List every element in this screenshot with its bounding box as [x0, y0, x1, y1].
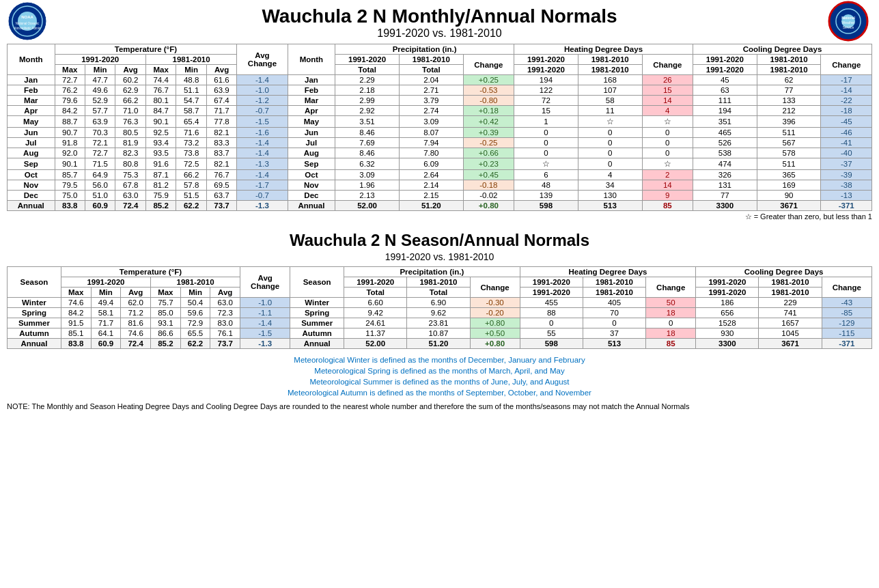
s-precip-total2: 51.20 [407, 339, 470, 349]
hdd2: 513 [578, 201, 642, 211]
s-avg-change: -1.0 [240, 298, 290, 308]
s-cdd2: 1657 [759, 318, 822, 328]
cdd1: 3300 [693, 201, 757, 211]
hdd1: 0 [514, 138, 578, 148]
avg-change: -1.5 [237, 116, 288, 128]
hdd2: 0 [578, 138, 642, 148]
s-cdd2: 1045 [759, 328, 822, 339]
precip-total2: 3.09 [399, 116, 463, 128]
max1: 72.7 [55, 75, 85, 85]
avg1: 82.3 [115, 148, 145, 158]
s-min2: Min [180, 288, 210, 298]
precip-total2: 6.09 [399, 158, 463, 170]
s-season-repeat: Spring [290, 308, 344, 318]
min2: 65.4 [176, 116, 206, 128]
month-label: Sep [8, 158, 55, 170]
min2-header: Min [176, 65, 206, 75]
precip-total1: 2.99 [335, 96, 400, 106]
temp-p1-header: 1991-2020 [55, 55, 145, 65]
svg-text:Service: Service [843, 25, 854, 29]
s-max2: 85.2 [150, 339, 180, 349]
max1: 79.5 [55, 180, 85, 191]
cdd2: 3671 [757, 201, 821, 211]
s-hdd2: 0 [583, 318, 645, 328]
avg2: 73.7 [206, 201, 236, 211]
avg-change: -1.4 [237, 170, 288, 180]
min2: 72.5 [176, 158, 206, 170]
s-season-repeat: Winter [290, 298, 344, 308]
max1: 92.0 [55, 148, 85, 158]
avg1: 72.4 [115, 201, 145, 211]
max1: 84.2 [55, 106, 85, 116]
hdd1: 1 [514, 116, 578, 128]
avg1: 80.5 [115, 128, 145, 138]
s-precip-total1: 11.37 [344, 328, 407, 339]
s-season-repeat: Autumn [290, 328, 344, 339]
precip-month: May [288, 116, 335, 128]
s-max1: 74.6 [61, 298, 91, 308]
precip-total2: 51.20 [399, 201, 463, 211]
seasonal-table-container: Season Temperature (°F) AvgChange Season… [7, 266, 872, 349]
s-hdd-change: 18 [646, 308, 696, 318]
min1: 52.9 [85, 96, 115, 106]
precip-total2: 7.94 [399, 138, 463, 148]
avg2: 63.9 [206, 85, 236, 96]
s-precip-p2: 1981-2010 [407, 277, 470, 288]
s-hdd1: 55 [520, 328, 583, 339]
s-cdd1: 930 [696, 328, 759, 339]
s-avg-change-header: AvgChange [240, 267, 290, 298]
s-max1: Max [61, 288, 91, 298]
s-cdd-p1: 1991-2020 [696, 277, 759, 288]
s-precip-change: +0.50 [470, 328, 520, 339]
cdd2: 212 [757, 106, 821, 116]
month-label: Nov [8, 180, 55, 191]
s-precip-total1: 6.60 [344, 298, 407, 308]
s-hdd-p2: 1981-2010 [583, 277, 645, 288]
s-max2: 93.1 [150, 318, 180, 328]
hdd1: 0 [514, 128, 578, 138]
min2: 73.8 [176, 148, 206, 158]
temp-p2-header: 1981-2010 [145, 55, 236, 65]
s-min2: 50.4 [180, 298, 210, 308]
season-section-title: Wauchula 2 N Season/Annual Normals [7, 231, 872, 250]
cdd2: 511 [757, 128, 821, 138]
avg2-header: Avg [206, 65, 236, 75]
min2: 51.1 [176, 85, 206, 96]
cdd2: 578 [757, 148, 821, 158]
cdd2: 365 [757, 170, 821, 180]
s-hdd-change: 0 [646, 318, 696, 328]
month-label: Apr [8, 106, 55, 116]
s-avg1: 71.2 [121, 308, 151, 318]
precip-header: Precipitation (in.) [335, 44, 514, 55]
hdd-header: Heating Degree Days [514, 44, 693, 55]
precip-total2: 2.15 [399, 191, 463, 201]
precip-total1: 8.46 [335, 128, 400, 138]
s-precip-change: -0.30 [470, 298, 520, 308]
hdd2: 0 [578, 148, 642, 158]
s-hdd-p1-h: 1991-2020 [520, 288, 583, 298]
s-cdd-p2-h: 1981-2010 [759, 288, 822, 298]
month-label: Jan [8, 75, 55, 85]
max1: 79.6 [55, 96, 85, 106]
s-max2: 75.7 [150, 298, 180, 308]
cdd1: 77 [693, 191, 757, 201]
s-avg1: 72.4 [121, 339, 151, 349]
cdd1: 111 [693, 96, 757, 106]
max1: 83.8 [55, 201, 85, 211]
precip-total2: 2.74 [399, 106, 463, 116]
avg2: 69.5 [206, 180, 236, 191]
s-precip-total2: Total [407, 288, 470, 298]
avg2: 82.1 [206, 158, 236, 170]
cdd-p2-header: 1981-2010 [757, 65, 821, 75]
seasonal-table: Season Temperature (°F) AvgChange Season… [7, 266, 872, 349]
hdd-p2-header: 1981-2010 [578, 65, 642, 75]
month-label: Aug [8, 148, 55, 158]
s-hdd-change: 85 [646, 339, 696, 349]
hdd1: ☆ [514, 158, 578, 170]
max2: 84.7 [145, 106, 176, 116]
precip-total1: 7.69 [335, 138, 400, 148]
max1-header: Max [55, 65, 85, 75]
hdd1: 72 [514, 96, 578, 106]
avg1: 80.8 [115, 158, 145, 170]
s-precip-total1: 9.42 [344, 308, 407, 318]
